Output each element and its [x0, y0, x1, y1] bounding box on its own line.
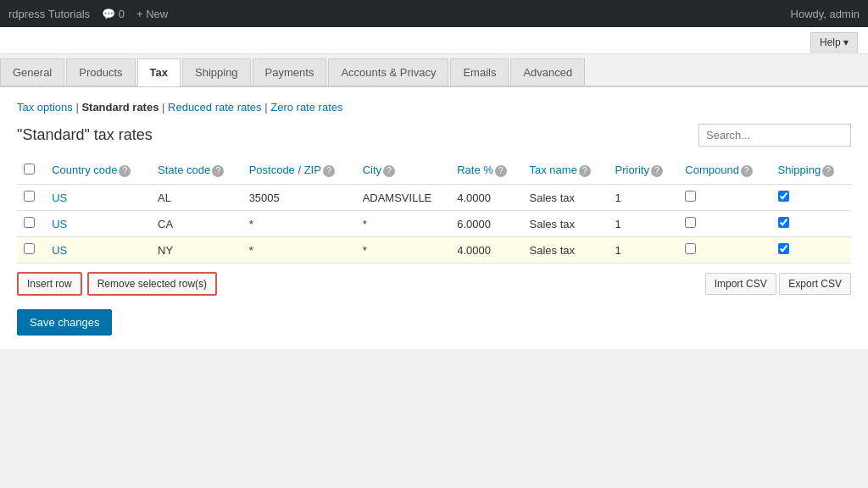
col-header-city: City? [356, 157, 451, 185]
row-3-select[interactable] [24, 243, 35, 254]
tab-products[interactable]: Products [66, 58, 135, 86]
tab-nav: GeneralProductsTaxShippingPaymentsAccoun… [0, 54, 868, 86]
col-header-state-code: State code? [151, 157, 242, 185]
comments-icon[interactable]: 💬 0 [102, 8, 125, 20]
select-all-checkbox[interactable] [24, 164, 35, 175]
row-1-rate: 4.0000 [450, 185, 522, 211]
insert-row-button[interactable]: Insert row [17, 272, 82, 296]
section-title: "Standard" tax rates [17, 126, 153, 144]
tab-tax[interactable]: Tax [137, 58, 181, 86]
tab-shipping[interactable]: Shipping [182, 58, 251, 86]
city-info-icon[interactable]: ? [383, 165, 395, 177]
col-header-country-code: Country code? [45, 157, 151, 185]
row-2-compound[interactable] [685, 217, 696, 228]
tax-name-info-icon[interactable]: ? [579, 165, 591, 177]
sub-nav: Tax options | Standard rates | Reduced r… [17, 101, 851, 114]
help-button[interactable]: Help ▾ [810, 32, 858, 53]
subnav-reduced-rate-rates[interactable]: Reduced rate rates [168, 101, 262, 114]
row-2-shipping[interactable] [778, 217, 789, 228]
row-1-state: AL [151, 185, 242, 211]
tab-general[interactable]: General [0, 58, 64, 86]
row-3-priority: 1 [609, 237, 679, 263]
subnav-standard-rates: Standard rates [81, 101, 159, 114]
export-csv-button[interactable]: Export CSV [779, 273, 851, 295]
row-2-postcode: * [242, 211, 356, 237]
search-input[interactable] [698, 124, 851, 147]
country-code-info-icon[interactable]: ? [119, 165, 131, 177]
shipping-info-icon[interactable]: ? [822, 165, 834, 177]
tab-advanced[interactable]: Advanced [510, 58, 585, 86]
row-1-compound[interactable] [685, 191, 696, 202]
row-2-country: US [45, 211, 151, 237]
row-1-country: US [45, 185, 151, 211]
col-header-select [17, 157, 45, 185]
row-2-select[interactable] [24, 217, 35, 228]
admin-bar: rdpress Tutorials 💬 0 + New Howdy, admin [0, 0, 868, 27]
col-header-shipping: Shipping? [771, 157, 851, 185]
subnav-tax-options[interactable]: Tax options [17, 101, 73, 114]
table-row: USAL35005ADAMSVILLE4.0000Sales tax1 [17, 185, 851, 211]
save-changes-button[interactable]: Save changes [17, 309, 112, 336]
tab-payments[interactable]: Payments [253, 58, 327, 86]
row-2-rate: 6.0000 [450, 211, 522, 237]
tab-emails[interactable]: Emails [450, 58, 509, 86]
row-3-shipping[interactable] [778, 243, 789, 254]
remove-selected-button[interactable]: Remove selected row(s) [87, 272, 217, 296]
row-1-tax-name: Sales tax [523, 185, 609, 211]
row-1-postcode: 35005 [242, 185, 356, 211]
state-code-info-icon[interactable]: ? [212, 165, 224, 177]
tab-accounts-privacy[interactable]: Accounts & Privacy [328, 58, 448, 86]
table-action-buttons: Insert row Remove selected row(s) Import… [17, 272, 851, 296]
subnav-zero-rate-rates[interactable]: Zero rate rates [270, 101, 342, 114]
tax-table: Country code?State code?Postcode / ZIP?C… [17, 157, 851, 263]
priority-info-icon[interactable]: ? [651, 165, 663, 177]
row-1-city: ADAMSVILLE [356, 185, 451, 211]
howdy-text: Howdy, admin [791, 8, 860, 20]
row-1-select[interactable] [24, 191, 35, 202]
compound-info-icon[interactable]: ? [741, 165, 753, 177]
row-2-state: CA [151, 211, 242, 237]
row-2-tax-name: Sales tax [523, 211, 609, 237]
table-row: USCA**6.0000Sales tax1 [17, 211, 851, 237]
col-header-rate: Rate %? [450, 157, 522, 185]
row-1-shipping[interactable] [778, 191, 789, 202]
postcode-zip-info-icon[interactable]: ? [323, 165, 335, 177]
content-area: Tax options | Standard rates | Reduced r… [0, 86, 868, 349]
row-3-country: US [45, 237, 151, 263]
col-header-tax-name: Tax name? [523, 157, 609, 185]
table-row: USNY**4.0000Sales tax1 [17, 237, 851, 263]
col-header-postcode-zip: Postcode / ZIP? [242, 157, 356, 185]
col-header-priority: Priority? [609, 157, 679, 185]
rate-info-icon[interactable]: ? [495, 165, 507, 177]
import-csv-button[interactable]: Import CSV [705, 273, 776, 295]
row-3-tax-name: Sales tax [523, 237, 609, 263]
col-header-compound: Compound? [678, 157, 771, 185]
row-3-postcode: * [242, 237, 356, 263]
row-3-city: * [356, 237, 451, 263]
row-2-city: * [356, 211, 451, 237]
row-3-compound[interactable] [685, 243, 696, 254]
row-3-rate: 4.0000 [450, 237, 522, 263]
row-1-priority: 1 [609, 185, 679, 211]
site-name[interactable]: rdpress Tutorials [8, 8, 90, 20]
new-item-button[interactable]: + New [136, 8, 168, 20]
row-3-state: NY [151, 237, 242, 263]
row-2-priority: 1 [609, 211, 679, 237]
